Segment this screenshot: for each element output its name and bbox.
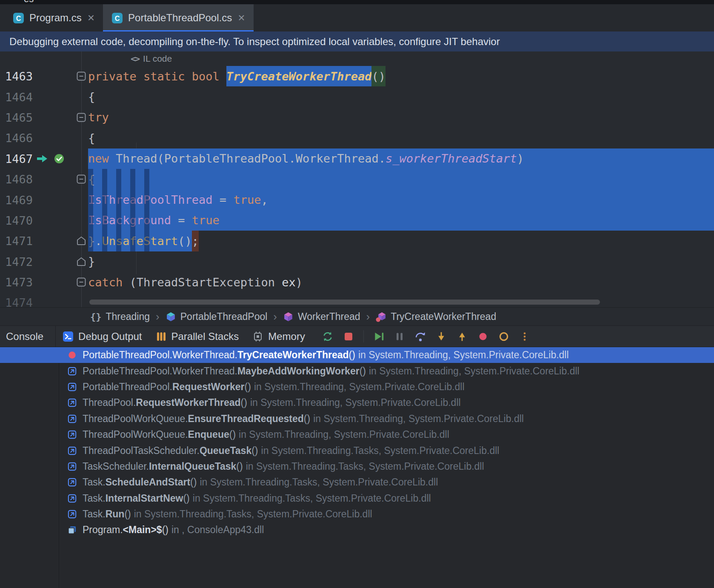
stack-frame-row[interactable]: Task.InternalStartNew()in System.Threadi…: [0, 491, 714, 506]
close-icon[interactable]: ×: [88, 12, 94, 24]
frame-prefix: PortableThreadPool.WorkerThread.: [83, 365, 237, 377]
breakpoint-ring-button[interactable]: [497, 329, 511, 344]
frame-method: EnsureThreadRequested: [188, 413, 304, 425]
gutter-row[interactable]: 1466: [0, 128, 88, 148]
frame-args: (): [251, 445, 258, 457]
parallel-stacks-icon: [156, 331, 167, 342]
fold-collapse-icon[interactable]: [77, 174, 86, 184]
frame-args: (): [162, 524, 169, 536]
code-line-1466[interactable]: {: [88, 128, 714, 148]
step-into-button[interactable]: [434, 329, 448, 344]
external-frame-icon: [67, 430, 77, 440]
frame-prefix: ThreadPoolTaskScheduler.: [83, 445, 200, 457]
code-token: IsThreadPoolThread: [88, 189, 220, 210]
fold-collapse-icon[interactable]: [77, 71, 86, 81]
gutter-row[interactable]: 1472: [0, 251, 88, 272]
fold-end-icon[interactable]: [77, 236, 86, 245]
frame-args: (): [229, 429, 236, 440]
stack-frame-row[interactable]: PortableThreadPool.WorkerThread.MaybeAdd…: [0, 363, 714, 379]
rerun-button[interactable]: [320, 329, 335, 344]
class-cube-purple-icon: [283, 311, 294, 322]
gutter-row[interactable]: 1463: [0, 66, 88, 86]
frames-panel: PortableThreadPool.WorkerThread.TryCreat…: [0, 347, 714, 588]
step-over-button[interactable]: [413, 329, 428, 344]
frame-method: RequestWorker: [172, 381, 245, 393]
frame-method: ScheduleAndStart: [106, 477, 190, 488]
chevron-right-icon: ›: [366, 311, 370, 322]
stack-frame-row[interactable]: Program.<Main>$()in , ConsoleApp43.dll: [0, 522, 714, 538]
stack-frame-row[interactable]: ThreadPoolWorkQueue.Enqueue()in System.T…: [0, 427, 714, 442]
code-token: {: [88, 86, 95, 107]
gutter-row[interactable]: 1470: [0, 210, 88, 231]
frame-method: RequestWorkerThread: [136, 397, 240, 408]
gutter-row[interactable]: 1471: [0, 231, 88, 251]
gutter-row[interactable]: 1469: [0, 189, 88, 210]
close-icon[interactable]: ×: [238, 12, 245, 24]
code-line-1471[interactable]: }.UnsafeStart();: [88, 231, 714, 251]
stack-frame-row[interactable]: ThreadPool.RequestWorkerThread()in Syste…: [0, 395, 714, 411]
line-number: 1467: [5, 152, 33, 165]
fold-collapse-icon[interactable]: [77, 277, 86, 287]
editor-scrollbar-horizontal[interactable]: [89, 300, 600, 305]
breakpoint-dot-icon: [478, 331, 488, 342]
more-options-button[interactable]: [517, 329, 532, 344]
code-line-1464[interactable]: {: [88, 86, 714, 107]
fold-collapse-icon[interactable]: [77, 113, 86, 122]
code-line-1470[interactable]: IsBackground = true: [88, 210, 714, 231]
code-area[interactable]: private static bool TryCreateWorkerThrea…: [88, 66, 714, 307]
breadcrumb-label: Threading: [106, 311, 150, 323]
code-line-1467[interactable]: new Thread(PortableThreadPool.WorkerThre…: [88, 148, 714, 169]
code-line-1465[interactable]: try: [88, 107, 714, 128]
fold-end-icon[interactable]: [77, 257, 86, 266]
breadcrumb-item-trycreateworkerthread[interactable]: TryCreateWorkerThread: [376, 311, 496, 323]
stack-frame-row[interactable]: TaskScheduler.InternalQueueTask()in Syst…: [0, 459, 714, 474]
frame-method: InternalStartNew: [106, 493, 183, 504]
tool-tab-parallel-stacks[interactable]: Parallel Stacks: [149, 326, 246, 347]
frame-args: (): [241, 397, 247, 408]
tool-tab-console[interactable]: Console: [5, 326, 55, 347]
debug-actions: [320, 326, 532, 347]
frame-location: in System.Threading.Tasks, System.Privat…: [134, 508, 372, 520]
code-line-1469[interactable]: IsThreadPoolThread = true,: [88, 189, 714, 210]
tool-tab-memory[interactable]: Memory: [246, 326, 312, 347]
code-token: Thread(PortableThreadPool.WorkerThread.: [116, 148, 386, 169]
gutter-row[interactable]: 1467: [0, 148, 88, 169]
code-line-1472[interactable]: }: [88, 251, 714, 272]
frame-args: (): [245, 381, 251, 393]
code-token: s_workerThreadStart: [386, 148, 517, 169]
breadcrumb-item-workerthread[interactable]: WorkerThread: [283, 311, 360, 323]
stack-frame-row[interactable]: Task.Run()in System.Threading.Tasks, Sys…: [0, 506, 714, 522]
code-token: try: [88, 107, 109, 128]
stack-frame-row[interactable]: PortableThreadPool.WorkerThread.TryCreat…: [0, 347, 714, 363]
breadcrumb-item-threading[interactable]: {}Threading: [90, 311, 150, 323]
code-token: ): [517, 148, 524, 169]
tool-tab-debug-output[interactable]: Debug Output: [56, 326, 149, 347]
code-line-1468[interactable]: {: [88, 169, 714, 189]
editor-tab-program-cs[interactable]: CProgram.cs×: [4, 4, 103, 31]
pause-button[interactable]: [392, 329, 407, 344]
gutter-row[interactable]: 1474: [0, 292, 88, 307]
stop-button[interactable]: [341, 329, 356, 344]
external-frame-icon: [67, 477, 77, 487]
gutter-row[interactable]: 1468: [0, 169, 88, 189]
resume-button[interactable]: [371, 329, 386, 344]
step-out-button[interactable]: [455, 329, 469, 344]
rerun-icon: [322, 331, 334, 343]
breakpoint-dot-button[interactable]: [476, 329, 490, 344]
gutter-row[interactable]: 1464: [0, 86, 88, 107]
code-line-1463[interactable]: private static bool TryCreateWorkerThrea…: [88, 66, 714, 86]
code-line-1473[interactable]: catch (ThreadStartException ex): [88, 272, 714, 292]
stack-frame-row[interactable]: ThreadPoolTaskScheduler.QueueTask()in Sy…: [0, 442, 714, 458]
code-editor[interactable]: <> IL code 14631464146514661467146814691…: [0, 51, 714, 307]
breadcrumb-item-portablethreadpool[interactable]: PortableThreadPool: [166, 311, 268, 323]
gutter-row[interactable]: 1465: [0, 107, 88, 128]
stack-frame-row[interactable]: ThreadPoolWorkQueue.EnsureThreadRequeste…: [0, 411, 714, 427]
svg-text:C: C: [16, 14, 21, 22]
editor-tab-portablethreadpool-cs[interactable]: CPortableThreadPool.cs×: [103, 4, 254, 31]
gutter-row[interactable]: 1473: [0, 272, 88, 292]
code-token: =: [178, 210, 192, 231]
stack-frame-row[interactable]: PortableThreadPool.RequestWorker()in Sys…: [0, 379, 714, 395]
stack-frame-row[interactable]: Task.ScheduleAndStart()in System.Threadi…: [0, 474, 714, 490]
braces-icon: {}: [90, 311, 102, 322]
il-code-inlay[interactable]: <> IL code: [88, 51, 172, 66]
